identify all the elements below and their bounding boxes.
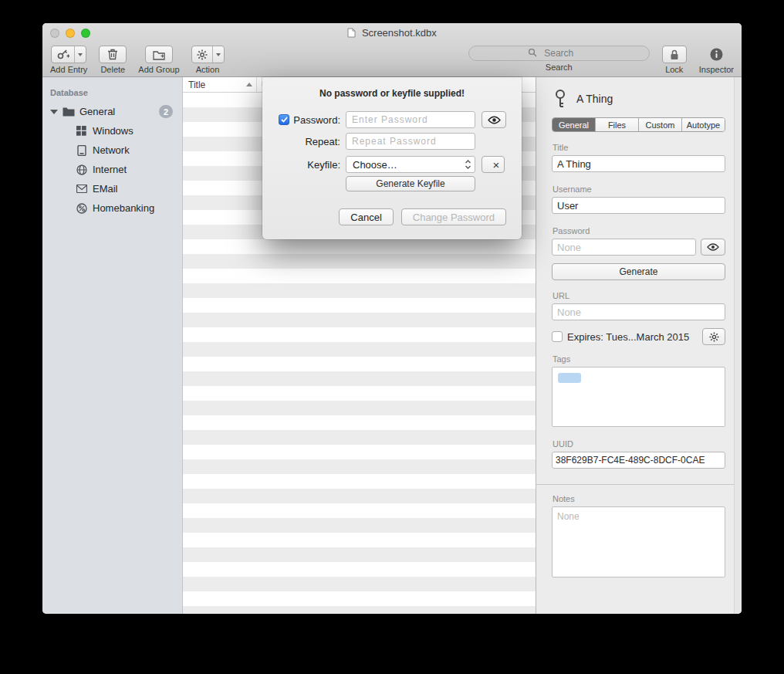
add-group-button[interactable] (145, 46, 173, 63)
sidebar-item-internet[interactable]: Internet (42, 160, 182, 179)
password-checkbox[interactable] (279, 114, 289, 125)
action-dropdown[interactable] (212, 46, 224, 63)
action-label: Action (196, 65, 220, 74)
count-badge: 2 (159, 105, 173, 118)
stepper-icon (465, 159, 471, 170)
network-icon (75, 144, 88, 156)
eye-icon (707, 243, 719, 251)
change-password-button[interactable]: Change Password (401, 208, 506, 225)
expires-label: Expires: Tues...March 2015 (567, 331, 698, 343)
new-password-input[interactable] (346, 111, 475, 128)
window-title: Screenshot.kdbx (362, 27, 437, 39)
sidebar-header: Database (42, 85, 182, 102)
delete-label: Delete (100, 65, 125, 74)
search-label: Search (546, 63, 573, 72)
trash-icon (107, 49, 118, 60)
generate-keyfile-button[interactable]: Generate Keyfile (346, 176, 475, 191)
email-icon (75, 183, 88, 195)
uuid-label: UUID (553, 439, 725, 449)
generate-password-button[interactable]: Generate (552, 263, 725, 280)
tag-chip[interactable] (558, 373, 581, 383)
sidebar-item-windows[interactable]: Windows (42, 121, 182, 141)
add-entry-label: Add Entry (50, 65, 87, 74)
tags-box[interactable] (552, 367, 725, 427)
tags-label: Tags (553, 354, 725, 364)
search-input[interactable] (468, 46, 650, 61)
padlock-icon (670, 49, 679, 60)
keyfile-label: Keyfile: (307, 159, 340, 171)
window-title-wrap: Screenshot.kdbx (42, 27, 742, 39)
titlebar[interactable]: Screenshot.kdbx (42, 23, 742, 43)
tab-autotype[interactable]: Autotype (682, 118, 725, 131)
search-field (468, 46, 650, 61)
window-header: Screenshot.kdbx Add Entry (42, 23, 742, 77)
expires-settings-button[interactable] (702, 328, 725, 345)
windows-icon (75, 125, 88, 137)
uuid-input[interactable] (552, 452, 725, 469)
tab-custom[interactable]: Custom (639, 118, 682, 131)
url-input[interactable] (552, 303, 725, 320)
dialog-message: No password or keyfile supplied! (278, 88, 506, 99)
eye-icon (488, 116, 501, 124)
inspector-label: Inspector (699, 65, 734, 74)
sidebar-item-label: EMail (93, 183, 118, 195)
notes-textarea[interactable] (552, 506, 725, 577)
gear-icon[interactable] (192, 46, 212, 63)
key-plus-icon[interactable] (52, 46, 74, 63)
add-entry-button[interactable] (51, 46, 86, 63)
info-icon (709, 47, 724, 62)
password-input[interactable] (552, 239, 696, 256)
chevron-down-icon (216, 53, 221, 56)
add-group-label: Add Group (138, 65, 179, 74)
inspector-tabs: General Files Custom Autotype (552, 117, 725, 132)
column-header-title[interactable]: Title (183, 77, 257, 92)
sidebar-item-label: Internet (93, 164, 127, 175)
sidebar-item-label: Homebanking (93, 202, 154, 214)
reveal-new-password-button[interactable] (482, 111, 506, 128)
toolbar: Add Entry Delete Add Group (42, 43, 742, 77)
password-label: Password: (293, 114, 340, 126)
gear-icon (709, 332, 719, 342)
disclosure-triangle-icon[interactable] (50, 110, 58, 114)
sidebar-item-label: General (79, 106, 115, 117)
app-window: Screenshot.kdbx Add Entry (42, 23, 742, 614)
document-icon (347, 28, 356, 38)
globe-icon (75, 164, 88, 175)
expires-checkbox[interactable] (552, 331, 563, 342)
password-label: Password (553, 226, 725, 235)
reveal-password-button[interactable] (701, 239, 725, 256)
sidebar-item-email[interactable]: EMail (42, 179, 182, 198)
action-button[interactable] (191, 46, 225, 63)
delete-button[interactable] (99, 46, 127, 63)
inspector-panel: A Thing General Files Custom Autotype Ti… (536, 77, 742, 614)
url-label: URL (553, 291, 725, 300)
sidebar-item-homebanking[interactable]: Homebanking (42, 198, 182, 218)
title-input[interactable] (552, 155, 725, 172)
sidebar-item-network[interactable]: Network (42, 141, 182, 160)
sidebar-item-label: Network (93, 144, 130, 156)
folder-plus-icon (153, 49, 165, 60)
change-password-dialog: No password or keyfile supplied! Passwor… (262, 77, 522, 239)
check-icon (281, 117, 288, 123)
repeat-label: Repeat: (305, 136, 340, 147)
add-entry-dropdown[interactable] (74, 46, 86, 63)
sidebar: Database General 2 Windows Network (42, 77, 183, 614)
close-icon: × (493, 158, 500, 171)
sort-ascending-icon (246, 83, 252, 86)
repeat-password-input[interactable] (346, 133, 475, 150)
lock-button[interactable] (662, 46, 687, 63)
homebanking-icon (75, 202, 88, 214)
entry-title: A Thing (576, 93, 613, 105)
sidebar-item-general[interactable]: General 2 (42, 102, 182, 121)
tab-files[interactable]: Files (596, 118, 639, 131)
username-label: Username (553, 185, 725, 194)
inspector-button[interactable] (709, 46, 724, 63)
keyfile-popup[interactable]: Choose… (346, 156, 475, 173)
tab-general[interactable]: General (553, 118, 596, 131)
key-icon (552, 89, 569, 109)
cancel-button[interactable]: Cancel (339, 208, 393, 225)
clear-keyfile-button[interactable]: × (482, 156, 505, 173)
folder-icon (62, 106, 75, 117)
username-input[interactable] (552, 197, 725, 214)
section-divider (536, 484, 742, 485)
